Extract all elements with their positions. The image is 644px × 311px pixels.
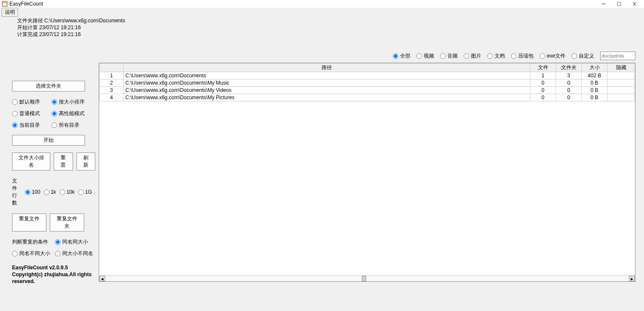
cell-files: 0 bbox=[530, 87, 556, 94]
filesize-sort-button[interactable]: 文件大小排名 bbox=[12, 152, 50, 171]
reset-button[interactable]: 重置 bbox=[54, 152, 73, 171]
scroll-left-arrow[interactable]: ◂ bbox=[99, 276, 105, 281]
svg-line-5 bbox=[633, 2, 636, 6]
radio-mode-high[interactable]: 高性能模式 bbox=[52, 110, 91, 117]
radio-sort-default[interactable]: 默认顺序 bbox=[12, 98, 52, 106]
filter-video[interactable]: 视频 bbox=[416, 52, 434, 60]
copyright-label: Copyright(c) zhujiahua.All rights reserv… bbox=[12, 271, 95, 285]
th-size[interactable]: 大小 bbox=[582, 64, 608, 72]
radio-mode-normal[interactable]: 普通模式 bbox=[12, 110, 52, 117]
cell-idx: 4 bbox=[100, 94, 124, 101]
cell-size: 402 B bbox=[582, 72, 608, 79]
filter-exe[interactable]: exe文件 bbox=[540, 52, 565, 60]
horizontal-scrollbar[interactable]: ◂ ▸ bbox=[99, 275, 635, 281]
cell-path: C:\Users\www.x6g.com\Documents\My Videos bbox=[124, 87, 530, 94]
radio-sort-size[interactable]: 按大小排序 bbox=[52, 98, 91, 106]
cell-folders: 3 bbox=[556, 72, 582, 79]
scroll-right-arrow[interactable]: ▸ bbox=[629, 276, 635, 281]
table-row[interactable]: 1C:\Users\www.x6g.com\Documents13402 B bbox=[100, 72, 635, 79]
results-table: 路径 文件 文件夹 大小 隐藏 1C:\Users\www.x6g.com\Do… bbox=[99, 63, 635, 282]
svg-rect-1 bbox=[3, 3, 6, 6]
app-icon bbox=[2, 1, 8, 7]
minimize-button[interactable] bbox=[596, 0, 611, 7]
info-panel: 文件夹路径 C:\Users\www.x6g.com\Documents 开始计… bbox=[0, 15, 644, 40]
main-panel: 全部 视频 音频 图片 文档 压缩包 exe文件 自定义 路径 文件 bbox=[99, 40, 644, 285]
cell-idx: 2 bbox=[100, 79, 124, 87]
cell-folders: 0 bbox=[556, 87, 582, 94]
cell-path: C:\Users\www.x6g.com\Documents bbox=[124, 72, 530, 79]
cell-folders: 0 bbox=[556, 79, 582, 87]
scroll-thumb[interactable] bbox=[362, 276, 366, 281]
filter-custom[interactable]: 自定义 bbox=[571, 52, 594, 60]
filter-custom-input[interactable] bbox=[600, 52, 635, 60]
cell-hidden bbox=[608, 79, 635, 87]
cell-files: 0 bbox=[530, 94, 556, 101]
cell-size: 0 B bbox=[582, 87, 608, 94]
cell-path: C:\Users\www.x6g.com\Documents\My Music bbox=[124, 79, 530, 87]
rowcount-1k[interactable]: 1k bbox=[44, 189, 56, 195]
cell-hidden bbox=[608, 87, 635, 94]
radio-dup-same-name-size[interactable]: 同名同大小 bbox=[55, 238, 94, 246]
radio-dup-same-name-diff-size[interactable]: 同名不同大小 bbox=[12, 250, 55, 257]
filter-row: 全部 视频 音频 图片 文档 压缩包 exe文件 自定义 bbox=[99, 40, 635, 63]
filter-all[interactable]: 全部 bbox=[393, 52, 410, 60]
version-label: EasyFileCount v2.0.9.5 bbox=[12, 264, 95, 271]
refresh-button[interactable]: 刷新 bbox=[76, 152, 95, 171]
cell-idx: 1 bbox=[100, 72, 124, 79]
info-start: 开始计算 23/07/12 19:21:16 bbox=[17, 24, 644, 31]
cell-files: 1 bbox=[530, 72, 556, 79]
cell-size: 0 B bbox=[582, 79, 608, 87]
window-title: EasyFileCount bbox=[9, 1, 596, 7]
rowcount-1g[interactable]: 1G bbox=[78, 189, 92, 195]
svg-rect-3 bbox=[617, 2, 621, 6]
table-row[interactable]: 4C:\Users\www.x6g.com\Documents\My Pictu… bbox=[100, 94, 635, 101]
rowcount-100[interactable]: 100 bbox=[25, 189, 40, 195]
close-button[interactable] bbox=[627, 0, 642, 7]
menu-bar: 说明 bbox=[0, 8, 644, 15]
rowcount-group: 文件行数 100 1k 10k 1G bbox=[12, 177, 95, 207]
radio-dup-same-size-diff-name[interactable]: 同大小不同名 bbox=[55, 250, 94, 257]
th-files[interactable]: 文件 bbox=[530, 64, 556, 72]
start-button[interactable]: 开始 bbox=[12, 135, 85, 146]
rowcount-label: 文件行数 bbox=[12, 177, 22, 207]
cell-files: 0 bbox=[530, 79, 556, 87]
rowcount-10k[interactable]: 10k bbox=[60, 189, 75, 195]
dup-file-button[interactable]: 重复文件 bbox=[12, 213, 46, 232]
filter-doc[interactable]: 文档 bbox=[487, 52, 505, 60]
table-row[interactable]: 3C:\Users\www.x6g.com\Documents\My Video… bbox=[100, 87, 635, 94]
cell-folders: 0 bbox=[556, 94, 582, 101]
choose-folder-button[interactable]: 选择文件夹 bbox=[12, 81, 85, 91]
menu-help[interactable]: 说明 bbox=[2, 8, 18, 17]
info-path: 文件夹路径 C:\Users\www.x6g.com\Documents bbox=[17, 17, 644, 24]
maximize-button[interactable] bbox=[611, 0, 627, 7]
cell-hidden bbox=[608, 94, 635, 101]
cell-size: 0 B bbox=[582, 94, 608, 101]
radio-dir-current[interactable]: 当前目录 bbox=[12, 122, 52, 129]
info-done: 计算完成 23/07/12 19:21:16 bbox=[17, 31, 644, 38]
dup-folder-button[interactable]: 重复文件夹 bbox=[50, 213, 84, 232]
svg-line-4 bbox=[633, 2, 636, 6]
th-path[interactable]: 路径 bbox=[124, 64, 530, 72]
scroll-track[interactable] bbox=[105, 276, 629, 281]
radio-dir-all[interactable]: 所有目录 bbox=[52, 122, 91, 129]
th-folders[interactable]: 文件夹 bbox=[556, 64, 582, 72]
th-hidden[interactable]: 隐藏 bbox=[608, 64, 635, 72]
table-header-row: 路径 文件 文件夹 大小 隐藏 bbox=[100, 64, 635, 72]
filter-audio[interactable]: 音频 bbox=[440, 52, 458, 60]
cell-idx: 3 bbox=[100, 87, 124, 94]
dup-cond-label: 判断重复的条件 bbox=[12, 238, 55, 246]
table-row[interactable]: 2C:\Users\www.x6g.com\Documents\My Music… bbox=[100, 79, 635, 87]
sidebar: 选择文件夹 默认顺序 按大小排序 普通模式 高性能模式 当前目录 所有目录 开始… bbox=[0, 40, 99, 285]
title-bar: EasyFileCount bbox=[0, 0, 644, 8]
filter-image[interactable]: 图片 bbox=[464, 52, 481, 60]
cell-path: C:\Users\www.x6g.com\Documents\My Pictur… bbox=[124, 94, 530, 101]
filter-archive[interactable]: 压缩包 bbox=[511, 52, 534, 60]
cell-hidden bbox=[608, 72, 635, 79]
